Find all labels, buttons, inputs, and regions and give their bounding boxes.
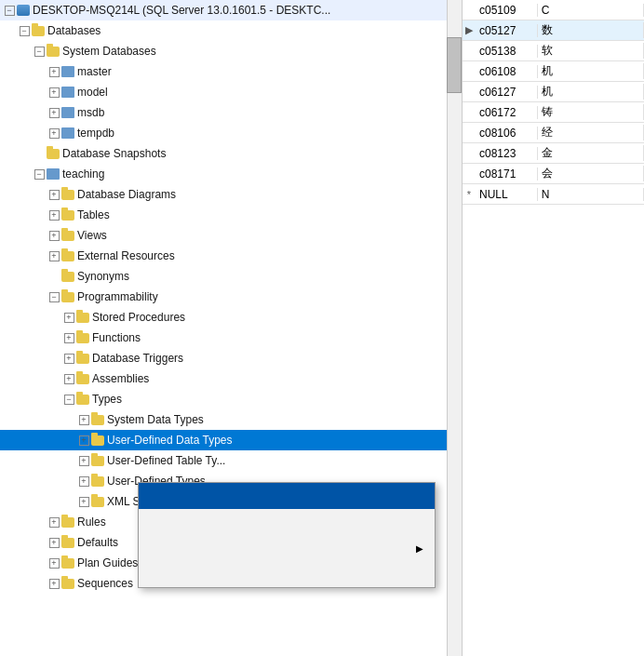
expand-btn-user-defined-data-types[interactable] bbox=[76, 433, 91, 448]
expand-btn-defaults[interactable] bbox=[47, 535, 61, 550]
node-label-teaching: teaching bbox=[62, 167, 104, 181]
tree-node-server[interactable]: DESKTOP-MSQ214L (SQL Server 13.0.1601.5 … bbox=[0, 0, 462, 20]
server-icon-server bbox=[17, 5, 30, 16]
grid-cell-col2-2: 软 bbox=[538, 43, 644, 59]
folder-icon-stored-procs bbox=[76, 313, 89, 323]
menu-item-reports[interactable]: ▶ bbox=[139, 535, 435, 561]
tree-node-programmability[interactable]: Programmability bbox=[0, 287, 462, 307]
node-label-sequences: Sequences bbox=[77, 577, 133, 590]
grid-cell-col1-8: c08171 bbox=[476, 167, 538, 181]
row-indicator-1: ▶ bbox=[463, 24, 476, 36]
expand-btn-user-defined-types[interactable] bbox=[76, 474, 91, 489]
menu-item-start-powershell[interactable] bbox=[139, 509, 435, 535]
node-label-synonyms: Synonyms bbox=[77, 270, 129, 283]
grid-cell-col2-5: 铸 bbox=[538, 104, 644, 120]
grid-container: c05109C▶c05127数c05138软c06108机c06127机c061… bbox=[463, 0, 644, 205]
node-label-db-triggers: Database Triggers bbox=[92, 352, 183, 365]
expand-btn-types[interactable] bbox=[61, 392, 76, 407]
expand-btn-user-defined-table-types[interactable] bbox=[76, 453, 91, 468]
expand-btn-sequences[interactable] bbox=[47, 576, 61, 591]
grid-cell-col1-2: c05138 bbox=[476, 45, 538, 58]
expand-btn-functions[interactable] bbox=[61, 330, 76, 345]
expand-btn-model[interactable] bbox=[47, 85, 61, 100]
expand-btn-views[interactable] bbox=[47, 228, 61, 243]
node-label-functions: Functions bbox=[92, 331, 141, 344]
folder-icon-user-defined-table-types bbox=[91, 456, 104, 466]
menu-item-new-uddt[interactable] bbox=[139, 483, 435, 509]
grid-row-0[interactable]: c05109C bbox=[463, 0, 644, 20]
grid-row-3[interactable]: c06108机 bbox=[463, 61, 644, 82]
expand-btn-tempdb[interactable] bbox=[47, 126, 61, 141]
tree-node-master[interactable]: master bbox=[0, 61, 462, 82]
expand-btn-rules[interactable] bbox=[47, 515, 61, 529]
node-label-server: DESKTOP-MSQ214L (SQL Server 13.0.1601.5 … bbox=[33, 4, 330, 17]
tree-node-synonyms[interactable]: Synonyms bbox=[0, 266, 462, 287]
tree-node-functions[interactable]: Functions bbox=[0, 328, 462, 348]
grid-row-6[interactable]: c08106经 bbox=[463, 123, 644, 143]
expand-btn-teaching[interactable] bbox=[32, 167, 47, 181]
scrollbar[interactable] bbox=[447, 0, 462, 656]
grid-cell-col1-6: c08106 bbox=[476, 127, 538, 140]
tree-node-teaching[interactable]: teaching bbox=[0, 164, 462, 184]
folder-icon-user-defined-types bbox=[91, 476, 104, 487]
tree-node-views[interactable]: Views bbox=[0, 225, 462, 246]
scrollbar-thumb[interactable] bbox=[447, 37, 462, 93]
expand-btn-msdb[interactable] bbox=[47, 105, 61, 120]
node-label-views: Views bbox=[77, 229, 107, 242]
expand-btn-xml-schema-collections[interactable] bbox=[76, 494, 91, 509]
tree-node-types[interactable]: Types bbox=[0, 389, 462, 409]
tree-node-user-defined-table-types[interactable]: User-Defined Table Ty... bbox=[0, 450, 462, 471]
folder-icon-rules bbox=[61, 517, 74, 528]
grid-row-7[interactable]: c08123金 bbox=[463, 143, 644, 164]
node-label-system-dbs: System Databases bbox=[62, 45, 156, 58]
expand-btn-programmability[interactable] bbox=[47, 289, 61, 304]
grid-cell-col1-7: c08123 bbox=[476, 147, 538, 160]
expand-btn-db-triggers[interactable] bbox=[61, 351, 76, 366]
grid-row-4[interactable]: c06127机 bbox=[463, 82, 644, 102]
menu-item-refresh[interactable] bbox=[139, 561, 435, 587]
grid-cell-col1-3: c06108 bbox=[476, 65, 538, 78]
tree-node-tempdb[interactable]: tempdb bbox=[0, 123, 462, 143]
expand-btn-stored-procs[interactable] bbox=[61, 310, 76, 325]
expand-btn-db-diagrams[interactable] bbox=[47, 187, 61, 202]
node-label-assemblies: Assemblies bbox=[92, 372, 149, 385]
tree-node-system-dbs[interactable]: System Databases bbox=[0, 41, 462, 61]
grid-cell-col2-3: 机 bbox=[538, 63, 644, 79]
tree-node-external-resources[interactable]: External Resources bbox=[0, 246, 462, 266]
grid-row-2[interactable]: c05138软 bbox=[463, 41, 644, 61]
tree-node-stored-procs[interactable]: Stored Procedures bbox=[0, 307, 462, 328]
node-label-rules: Rules bbox=[77, 515, 106, 529]
tree-node-databases[interactable]: Databases bbox=[0, 20, 462, 41]
expand-btn-server[interactable] bbox=[2, 3, 17, 18]
expand-btn-system-data-types[interactable] bbox=[76, 412, 91, 427]
node-label-defaults: Defaults bbox=[77, 536, 118, 549]
expand-btn-databases[interactable] bbox=[17, 23, 32, 38]
node-label-types: Types bbox=[92, 393, 122, 406]
folder-icon-external-resources bbox=[61, 251, 74, 261]
expand-btn-master[interactable] bbox=[47, 64, 61, 79]
tree-node-db-triggers[interactable]: Database Triggers bbox=[0, 348, 462, 368]
tree-node-system-data-types[interactable]: System Data Types bbox=[0, 409, 462, 430]
tree-node-model[interactable]: model bbox=[0, 82, 462, 102]
expand-btn-system-dbs[interactable] bbox=[32, 44, 47, 59]
context-menu: ▶ bbox=[138, 482, 436, 588]
expand-btn-external-resources[interactable] bbox=[47, 248, 61, 263]
tree-node-tables[interactable]: Tables bbox=[0, 205, 462, 225]
folder-icon-types bbox=[76, 395, 89, 405]
db-icon-tempdb bbox=[61, 127, 74, 139]
expand-btn-assemblies[interactable] bbox=[61, 371, 76, 386]
tree-node-assemblies[interactable]: Assemblies bbox=[0, 368, 462, 389]
grid-row-5[interactable]: c06172铸 bbox=[463, 102, 644, 123]
tree-node-db-snapshots[interactable]: Database Snapshots bbox=[0, 143, 462, 164]
tree-node-user-defined-data-types[interactable]: User-Defined Data Types bbox=[0, 430, 462, 450]
tree-node-msdb[interactable]: msdb bbox=[0, 102, 462, 123]
grid-row-1[interactable]: ▶c05127数 bbox=[463, 20, 644, 41]
tree-node-db-diagrams[interactable]: Database Diagrams bbox=[0, 184, 462, 205]
node-label-db-snapshots: Database Snapshots bbox=[62, 147, 166, 160]
grid-row-9[interactable]: *NULLN bbox=[463, 184, 644, 205]
expand-btn-plan-guides[interactable] bbox=[47, 556, 61, 570]
node-label-plan-guides: Plan Guides bbox=[77, 556, 138, 569]
grid-row-8[interactable]: c08171会 bbox=[463, 164, 644, 184]
node-label-user-defined-data-types: User-Defined Data Types bbox=[107, 434, 233, 447]
expand-btn-tables[interactable] bbox=[47, 208, 61, 222]
